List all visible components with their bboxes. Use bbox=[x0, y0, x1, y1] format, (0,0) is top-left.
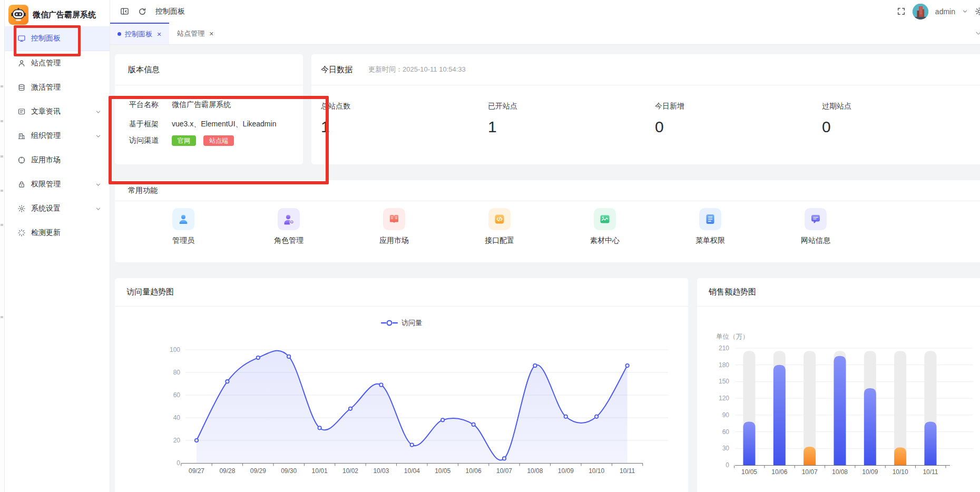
channel-button-1[interactable]: 官网 bbox=[172, 135, 196, 146]
sidebar-menu: 控制面板站点管理激活管理文章资讯组织管理应用市场权限管理系统设置检测更新 bbox=[5, 26, 110, 245]
sidebar-item-8[interactable]: 系统设置 bbox=[5, 196, 110, 221]
sidebar-item-1[interactable]: 控制面板 bbox=[5, 26, 110, 51]
update-time: 更新时间：2025-10-11 10:54:33 bbox=[368, 65, 466, 74]
sidebar-item-9[interactable]: 检测更新 bbox=[5, 221, 110, 245]
tab-label: 控制面板 bbox=[125, 29, 152, 39]
visits-line-chart: 02040608010009/2709/2809/2909/3010/0110/… bbox=[115, 331, 688, 489]
menu-list-icon bbox=[699, 208, 721, 230]
sidebar-item-label: 检测更新 bbox=[31, 228, 61, 238]
avatar[interactable] bbox=[913, 4, 928, 19]
chevron-down-icon[interactable] bbox=[962, 8, 968, 14]
version-card-title: 版本信息 bbox=[115, 54, 303, 85]
sidebar-item-7[interactable]: 权限管理 bbox=[5, 172, 110, 196]
svg-text:10/01: 10/01 bbox=[312, 467, 328, 475]
compass-icon bbox=[17, 156, 26, 164]
svg-text:40: 40 bbox=[173, 414, 181, 421]
username[interactable]: admin bbox=[935, 7, 955, 16]
stat-value: 1 bbox=[488, 118, 646, 136]
window-edge-artifact bbox=[1, 155, 3, 158]
robot-logo-icon bbox=[8, 5, 28, 25]
api-code-icon bbox=[488, 208, 511, 230]
line-chart-legend[interactable]: 访问量 bbox=[115, 318, 688, 328]
svg-text:10/10: 10/10 bbox=[893, 468, 908, 476]
quick-functions-card: 常用功能 管理员角色管理应用市场接口配置素材中心菜单权限网站信息 bbox=[115, 180, 980, 262]
chevron-down-icon bbox=[95, 133, 101, 139]
gear-icon[interactable] bbox=[975, 7, 980, 16]
svg-text:80: 80 bbox=[173, 369, 181, 376]
dashboard-page: 微信广告霸屏系统 控制面板站点管理激活管理文章资讯组织管理应用市场权限管理系统设… bbox=[0, 0, 980, 492]
stat-value: 0 bbox=[822, 118, 980, 136]
quick-item-label: 管理员 bbox=[172, 236, 194, 245]
sales-trend-card: 销售额趋势图 单位（万） 030609012015018021010/0510/… bbox=[697, 278, 980, 492]
quick-item-label: 素材中心 bbox=[590, 236, 620, 245]
refresh-icon[interactable] bbox=[138, 7, 146, 16]
svg-text:10/06: 10/06 bbox=[466, 467, 482, 475]
stat-label: 总站点数 bbox=[321, 102, 479, 111]
quick-item-6[interactable]: 菜单权限 bbox=[658, 208, 763, 245]
svg-text:20: 20 bbox=[173, 437, 181, 444]
legend-line-marker-icon bbox=[381, 320, 398, 326]
tab-bar: 控制面板×站点管理× bbox=[110, 23, 980, 45]
sidebar-item-label: 应用市场 bbox=[31, 155, 61, 165]
tab-label: 站点管理 bbox=[177, 29, 204, 38]
sidebar-item-label: 系统设置 bbox=[31, 204, 61, 213]
sidebar-item-5[interactable]: 组织管理 bbox=[5, 124, 110, 148]
site-user-icon bbox=[17, 59, 26, 67]
quick-item-7[interactable]: 网站信息 bbox=[763, 208, 868, 245]
svg-text:09/29: 09/29 bbox=[250, 467, 266, 475]
stat-value: 0 bbox=[655, 118, 813, 136]
quick-item-4[interactable]: 接口配置 bbox=[447, 208, 552, 245]
window-edge-strip bbox=[0, 0, 5, 492]
tab-1[interactable]: 控制面板× bbox=[110, 23, 169, 44]
svg-text:10/05: 10/05 bbox=[741, 468, 757, 476]
dashboard-icon bbox=[17, 34, 26, 43]
svg-text:0: 0 bbox=[177, 459, 180, 467]
quick-item-3[interactable]: 应用市场 bbox=[341, 208, 447, 245]
sidebar-item-6[interactable]: 应用市场 bbox=[5, 148, 110, 172]
app-logo-row: 微信广告霸屏系统 bbox=[5, 0, 110, 29]
svg-text:10/11: 10/11 bbox=[620, 467, 635, 475]
version-row-label: 平台名称 bbox=[129, 100, 172, 110]
channel-button-2[interactable]: 站点端 bbox=[203, 135, 234, 146]
version-row-value: 微信广告霸屏系统 bbox=[172, 100, 231, 110]
quick-item-5[interactable]: 素材中心 bbox=[552, 208, 658, 245]
svg-text:10/09: 10/09 bbox=[558, 467, 574, 475]
sidebar-item-label: 组织管理 bbox=[31, 131, 61, 141]
svg-text:60: 60 bbox=[722, 428, 730, 436]
today-data-card: 今日数据 更新时间：2025-10-11 10:54:33 总站点数1已开站点1… bbox=[311, 54, 980, 164]
svg-text:10/07: 10/07 bbox=[496, 467, 512, 475]
gear-icon bbox=[17, 204, 26, 213]
svg-text:09/30: 09/30 bbox=[281, 467, 297, 475]
quick-item-label: 接口配置 bbox=[485, 236, 514, 245]
building-icon bbox=[17, 132, 26, 140]
sidebar-item-2[interactable]: 站点管理 bbox=[5, 51, 110, 75]
svg-text:180: 180 bbox=[719, 361, 729, 369]
sales-bar-chart: 030609012015018021010/0510/0610/0710/081… bbox=[697, 341, 980, 489]
today-card-title: 今日数据 bbox=[321, 65, 352, 75]
svg-text:10/07: 10/07 bbox=[802, 468, 818, 476]
sidebar-item-label: 控制面板 bbox=[31, 34, 61, 43]
fullscreen-icon[interactable] bbox=[897, 7, 906, 16]
window-edge-artifact bbox=[1, 316, 3, 318]
quick-item-label: 网站信息 bbox=[801, 236, 830, 245]
stat-2: 已开站点1 bbox=[488, 102, 646, 136]
close-tab-icon[interactable]: × bbox=[157, 31, 161, 38]
close-tab-icon[interactable]: × bbox=[209, 30, 213, 37]
lock-icon bbox=[17, 180, 26, 189]
tab-2[interactable]: 站点管理× bbox=[169, 23, 221, 44]
stat-label: 已开站点 bbox=[488, 102, 646, 111]
tabbar-chevron-down-icon[interactable] bbox=[975, 29, 980, 39]
quick-item-1[interactable]: 管理员 bbox=[131, 208, 236, 245]
collapse-sidebar-icon[interactable] bbox=[120, 7, 129, 16]
version-row-label: 访问渠道 bbox=[129, 136, 172, 145]
sidebar-item-3[interactable]: 激活管理 bbox=[5, 75, 110, 100]
svg-text:10/11: 10/11 bbox=[923, 468, 938, 476]
sidebar-item-4[interactable]: 文章资讯 bbox=[5, 100, 110, 124]
admin-user-icon bbox=[172, 208, 194, 230]
stat-4: 过期站点0 bbox=[822, 102, 980, 136]
svg-text:10/04: 10/04 bbox=[404, 467, 420, 475]
quick-item-label: 菜单权限 bbox=[695, 236, 725, 245]
svg-text:10/03: 10/03 bbox=[373, 467, 389, 475]
svg-text:10/02: 10/02 bbox=[342, 467, 358, 475]
quick-item-2[interactable]: 角色管理 bbox=[236, 208, 341, 245]
